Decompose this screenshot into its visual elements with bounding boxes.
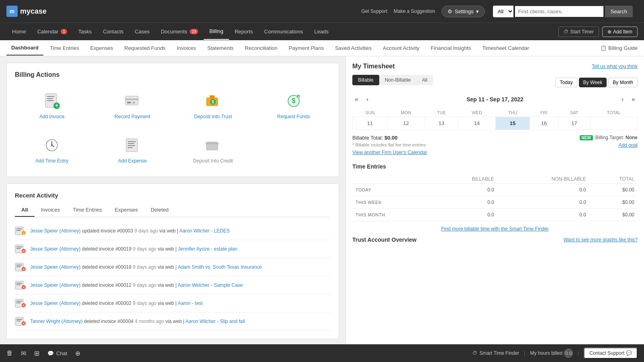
search-input[interactable] [515, 6, 603, 17]
nav-home[interactable]: Home [6, 24, 32, 39]
add-item-button[interactable]: ⊕ Add Item [602, 27, 638, 37]
add-goal-link[interactable]: Add goal [619, 142, 638, 148]
activity-tab-invoices[interactable]: Invoices [35, 204, 67, 217]
search-button[interactable]: Search [605, 6, 633, 17]
action-record-payment[interactable]: Record Payment [96, 86, 170, 124]
subnav-payment-plans[interactable]: Payment Plans [284, 41, 329, 55]
separator: | [524, 350, 525, 356]
cal-day-13[interactable]: 13 [425, 117, 458, 130]
app-name: mycase [20, 7, 47, 16]
nav-cases[interactable]: Cases [129, 24, 155, 39]
cal-day-16[interactable]: 16 [530, 117, 558, 130]
cal-day-12[interactable]: 12 [387, 117, 425, 130]
prev-button[interactable]: ‹ [364, 95, 371, 104]
search-filter-select[interactable]: All [493, 6, 513, 17]
by-week-button[interactable]: By Week [579, 78, 607, 87]
start-timer-button[interactable]: ⏱ Start Timer [558, 27, 599, 37]
tell-us-link[interactable]: Tell us what you think [592, 64, 638, 69]
activity-row-text: Jesse Speier (Attorney) deleted invoice … [30, 300, 331, 307]
subnav-financial-insights[interactable]: Financial Insights [426, 41, 476, 55]
want-graphs-link[interactable]: Want to see more graphs like this? [564, 237, 638, 243]
subnav-dashboard[interactable]: Dashboard [6, 41, 43, 56]
get-support-link[interactable]: Get Support [361, 8, 387, 14]
recent-activity-card: Recent Activity All Invoices Time Entrie… [6, 183, 339, 339]
nav-billing[interactable]: Billing [204, 23, 229, 40]
nav-right-actions: ⏱ Start Timer ⊕ Add Item [558, 27, 638, 37]
chat-button[interactable]: 💬 Chat [47, 350, 67, 356]
subnav-time-entries[interactable]: Time Entries [45, 41, 84, 55]
nav-documents[interactable]: Documents 19 [155, 24, 204, 39]
action-add-expense[interactable]: Add Expense [96, 131, 170, 169]
today-button[interactable]: Today [555, 78, 577, 87]
contact-support-button[interactable]: Contact Support 💬 [584, 348, 638, 359]
case-link[interactable]: Aaron Wilcher - LEDES [179, 228, 229, 234]
activity-tab-deleted[interactable]: Deleted [144, 204, 175, 217]
cal-header-sun: SUN [353, 109, 388, 117]
nav-communications[interactable]: Communications [259, 24, 309, 39]
email-icon[interactable]: ✉ [21, 350, 26, 357]
activity-tab-expenses[interactable]: Expenses [108, 204, 144, 217]
smart-time-finder-bottom[interactable]: ⏱ Smart Time Finder [472, 350, 519, 356]
nav-calendar[interactable]: Calendar 1 [32, 24, 73, 39]
user-link[interactable]: Jesse Speier (Attorney) [30, 246, 80, 252]
subnav-timesheet-calendar[interactable]: Timesheet Calendar [478, 41, 534, 55]
action-add-time-entry[interactable]: Add Time Entry [15, 131, 89, 169]
main-content: Billing Actions + Add Invoi [0, 56, 644, 344]
subnav-statements[interactable]: Statements [202, 41, 239, 55]
add-expense-label: Add Expense [118, 158, 147, 164]
billing-actions-card: Billing Actions + Add Invoi [6, 63, 339, 177]
action-deposit-credit[interactable]: Deposit Into Credit [176, 131, 250, 169]
subnav-saved-activities[interactable]: Saved Activities [330, 41, 376, 55]
case-link[interactable]: Aaron Welcher - Sample Case [178, 282, 243, 288]
action-deposit-trust[interactable]: $ Deposit Into Trust [176, 86, 250, 124]
record-payment-label: Record Payment [114, 114, 150, 119]
toggle-billable[interactable]: Billable [352, 75, 379, 85]
cal-day-14[interactable]: 14 [458, 117, 495, 130]
invoice-deleted-icon: × [15, 317, 26, 326]
smart-time-finder-link[interactable]: Find more billable time with the Smart T… [352, 221, 638, 237]
user-link[interactable]: Jesse Speier (Attorney) [30, 264, 80, 270]
subnav-requested-funds[interactable]: Requested Funds [119, 41, 170, 55]
subnav-invoices[interactable]: Invoices [172, 41, 201, 55]
app-logo[interactable]: m mycase [6, 6, 47, 17]
trash-icon[interactable]: 🗑 [6, 350, 13, 357]
new-badge: NEW [580, 135, 593, 140]
nav-reports[interactable]: Reports [229, 24, 259, 39]
case-link[interactable]: Jennifer Ayoze - estate plan [178, 246, 237, 252]
plus-icon[interactable]: ⊕ [75, 350, 80, 357]
trust-overview-title: Trust Account Overview [352, 237, 417, 243]
activity-tab-all[interactable]: All [15, 204, 35, 217]
view-calendar-link[interactable]: View another Firm User's Calendar [352, 150, 427, 155]
cal-day-17[interactable]: 17 [558, 117, 590, 130]
contact-support-label: Contact Support [589, 350, 624, 356]
billing-guide-link[interactable]: 📋 Billing Guide [600, 45, 638, 51]
activity-tab-time-entries[interactable]: Time Entries [66, 204, 108, 217]
grid-icon[interactable]: ⊞ [34, 350, 39, 357]
nav-leads[interactable]: Leads [309, 24, 334, 39]
case-link[interactable]: Aaron - test [178, 300, 202, 306]
cal-day-15[interactable]: 15 [496, 117, 530, 130]
prev-prev-button[interactable]: « [352, 95, 361, 104]
case-link[interactable]: Aaron Wilcher - Slip and fall [186, 319, 245, 324]
user-link[interactable]: Jesse Speier (Attorney) [30, 300, 80, 306]
make-suggestion-link[interactable]: Make a Suggestion [394, 8, 435, 14]
nav-contacts[interactable]: Contacts [97, 24, 129, 39]
action-request-funds[interactable]: $ Request Funds [257, 86, 331, 124]
by-month-button[interactable]: By Month [608, 78, 638, 87]
subnav-account-activity[interactable]: Account Activity [378, 41, 424, 55]
cal-day-11[interactable]: 11 [353, 117, 388, 130]
subnav-expenses[interactable]: Expenses [85, 41, 118, 55]
user-link[interactable]: Jesse Speier (Attorney) [30, 228, 80, 234]
case-link[interactable]: Adam Smith vs. South Texas Insurance [178, 264, 262, 270]
next-button[interactable]: › [619, 95, 626, 104]
settings-button[interactable]: ⚙ Settings ▾ [442, 6, 485, 17]
next-next-button[interactable]: » [629, 95, 638, 104]
svg-text:!: ! [23, 232, 25, 235]
toggle-all[interactable]: All [416, 75, 433, 85]
subnav-reconciliation[interactable]: Reconciliation [240, 41, 282, 55]
nav-tasks[interactable]: Tasks [73, 24, 97, 39]
action-add-invoice[interactable]: + Add Invoice [15, 86, 89, 124]
toggle-non-billable[interactable]: Non-Billable [379, 75, 417, 85]
user-link[interactable]: Tanner Wright (Attorney) [30, 319, 83, 324]
user-link[interactable]: Jesse Speier (Attorney) [30, 282, 80, 288]
